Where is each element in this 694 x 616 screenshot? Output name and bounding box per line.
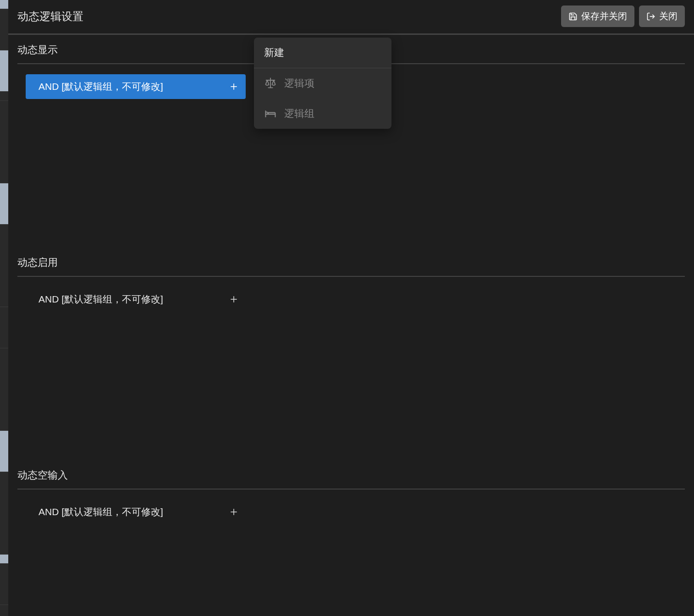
popover-title: 新建 [254, 38, 391, 68]
new-popover: 新建 逻辑项 逻辑组 [254, 38, 391, 129]
logic-group-row[interactable]: AND [默认逻辑组，不可修改] [26, 74, 246, 99]
dialog-header: 动态逻辑设置 保存并关闭 [8, 0, 694, 35]
add-icon[interactable] [227, 506, 240, 518]
logic-group-label: AND [默认逻辑组，不可修改] [39, 293, 227, 306]
bed-icon [264, 107, 277, 120]
logic-group-row[interactable]: AND [默认逻辑组，不可修改] [26, 287, 246, 312]
logic-group-label: AND [默认逻辑组，不可修改] [39, 506, 227, 518]
dialog-actions: 保存并关闭 关闭 [561, 6, 685, 27]
section-content: AND [默认逻辑组，不可修改] [17, 490, 685, 616]
background-left-edge [0, 0, 8, 616]
add-icon[interactable] [227, 293, 240, 306]
section-dynamic-empty-input: 动态空输入 AND [默认逻辑组，不可修改] [17, 468, 685, 616]
section-content: AND [默认逻辑组，不可修改] [17, 277, 685, 456]
popover-item-logic-item[interactable]: 逻辑项 [254, 68, 391, 99]
section-dynamic-enable: 动态启用 AND [默认逻辑组，不可修改] [17, 256, 685, 456]
close-button[interactable]: 关闭 [639, 6, 685, 27]
section-title: 动态空输入 [17, 468, 685, 490]
signout-icon [646, 12, 655, 21]
logic-group-label: AND [默认逻辑组，不可修改] [39, 80, 227, 93]
save-and-close-label: 保存并关闭 [581, 10, 627, 22]
add-icon[interactable] [227, 80, 240, 93]
popover-item-label: 逻辑组 [284, 107, 314, 121]
save-and-close-button[interactable]: 保存并关闭 [561, 6, 634, 27]
popover-item-logic-group[interactable]: 逻辑组 [254, 99, 391, 129]
close-label: 关闭 [659, 10, 677, 22]
logic-group-row[interactable]: AND [默认逻辑组，不可修改] [26, 500, 246, 524]
scale-icon [264, 77, 277, 90]
popover-item-label: 逻辑项 [284, 77, 314, 90]
save-icon [568, 12, 578, 21]
section-title: 动态启用 [17, 256, 685, 277]
dialog-title: 动态逻辑设置 [17, 9, 83, 24]
